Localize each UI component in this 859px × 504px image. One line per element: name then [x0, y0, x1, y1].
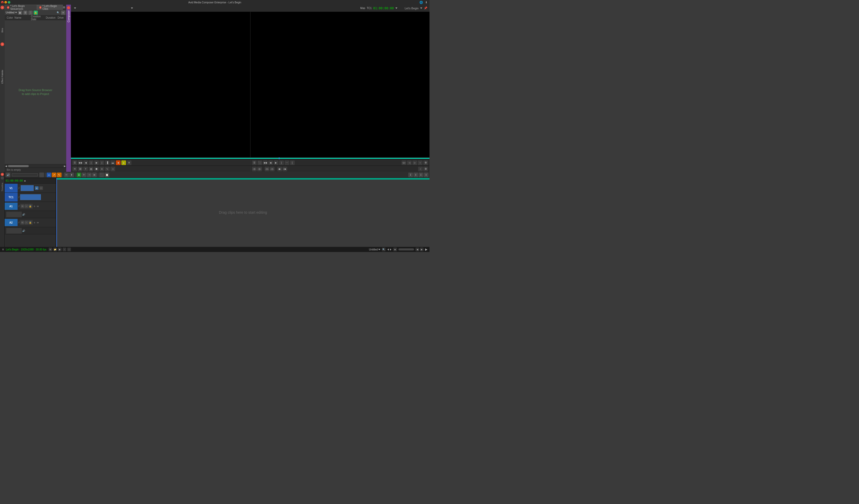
a2-icon3[interactable]: 🔒	[28, 221, 32, 224]
bin-name-dropdown[interactable]: Untitled	[6, 11, 17, 14]
sync-btn[interactable]: ⟲	[73, 167, 77, 171]
clip-gain-btn[interactable]: ▷	[412, 161, 417, 165]
bin-options-button[interactable]: ⊞	[63, 6, 65, 9]
render-in-btn[interactable]: ◀▹	[277, 167, 282, 171]
status-sync-icon[interactable]: ⊕	[49, 248, 52, 251]
keyframe-btn[interactable]: ◇	[110, 167, 115, 171]
play-back-btn[interactable]: ◀	[83, 161, 88, 165]
a1-m-btn[interactable]: M	[36, 205, 39, 208]
tl-lift-btn[interactable]: ⬆	[69, 172, 74, 177]
lock-icon[interactable]: 🔒	[34, 11, 38, 15]
tl-clip-btn[interactable]: 📋	[105, 172, 109, 177]
search-icon[interactable]: 🔍	[56, 11, 60, 15]
tl-segment-btn[interactable]: ▭	[47, 172, 51, 177]
status-render-icon[interactable]: ▶	[58, 248, 62, 251]
audio-out-btn[interactable]: ◁	[407, 161, 412, 165]
status-down-icon[interactable]: ↓	[67, 248, 71, 251]
meter2-btn[interactable]: ◁▷	[257, 167, 262, 171]
bins-tab[interactable]: Bins	[1, 26, 4, 35]
close-effect-button[interactable]: ×	[1, 43, 4, 46]
render-all-btn[interactable]: ⦿	[423, 161, 428, 165]
step-back-btn[interactable]: ◀◀	[78, 161, 82, 165]
a2-sync-btn[interactable]: /	[19, 221, 19, 224]
a1-icon3[interactable]: 🔒	[28, 204, 32, 208]
scroll-left-arrow[interactable]: ◀	[5, 165, 7, 167]
tl-arrow-btn[interactable]: ↗	[52, 172, 56, 177]
status-next-icon[interactable]: ▶	[420, 248, 424, 251]
tc1-label[interactable]: TC1	[5, 193, 18, 201]
fast-menu-btn[interactable]: ☰	[73, 161, 77, 165]
mark-in-btn[interactable]: [	[100, 161, 104, 165]
timecode-arrow[interactable]: ◀	[24, 179, 25, 182]
a2-vol-btn[interactable]: 🔊	[22, 229, 25, 232]
a2-label[interactable]: A2	[5, 219, 18, 226]
meter3-btn[interactable]: ◁▷	[265, 167, 269, 171]
a1-sync-btn[interactable]: /	[19, 205, 19, 208]
rec-step-back-btn[interactable]: ◀◀	[263, 161, 268, 165]
minimize-button[interactable]: −	[4, 1, 7, 4]
effect-palette-tab[interactable]: Effect Palette	[1, 68, 4, 86]
a1-s-btn[interactable]: S	[33, 205, 36, 208]
close-button[interactable]: ×	[1, 1, 4, 4]
tl-more-btn[interactable]: ↧	[419, 172, 423, 177]
detail-view-icon[interactable]: ⋮	[28, 11, 33, 15]
status-stop-icon[interactable]: ■	[393, 248, 397, 251]
sequences-tab-close[interactable]: ×	[7, 6, 9, 9]
status-nav-left[interactable]	[388, 248, 389, 250]
play-btn[interactable]: ▶	[94, 161, 99, 165]
rec-fast-menu-btn[interactable]: ☰	[252, 161, 257, 165]
a1-label[interactable]: A1	[5, 202, 18, 210]
a2-icon1[interactable]: ⟲	[21, 221, 24, 224]
render-status2-btn[interactable]: ⦿	[423, 167, 428, 171]
status-bin-dropdown[interactable]: Untitled	[369, 248, 380, 251]
lift-btn[interactable]: ▲	[121, 161, 126, 165]
tl-fit-btn[interactable]: ⬌	[92, 172, 97, 177]
rec-jog-btn[interactable]: ⋯	[285, 161, 289, 165]
composer-close-button[interactable]	[67, 6, 70, 9]
render-status-btn[interactable]: ○	[418, 167, 423, 171]
text-btn[interactable]: T	[83, 167, 88, 171]
a1-icon2[interactable]: ↔	[25, 204, 28, 208]
maximize-button[interactable]	[8, 1, 10, 4]
more-options-icon[interactable]: ≡	[61, 11, 65, 15]
list-view-icon[interactable]: ☰	[23, 11, 27, 15]
status-prev-icon[interactable]: ◀	[416, 248, 419, 251]
v1-monitor-icon[interactable]: ▣	[35, 186, 39, 190]
timeline-content[interactable]: Drag clips here to start editing	[56, 178, 430, 247]
tl-speaker-btn[interactable]: 🔊	[6, 172, 10, 177]
status-media-icon[interactable]: 📁	[53, 248, 57, 251]
status-nav-right[interactable]	[390, 248, 391, 250]
rec-full-btn[interactable]: ⬛	[257, 161, 262, 165]
project-dropdown-arrow[interactable]	[420, 7, 422, 9]
clips-tab[interactable]: × * Let's Begin Clips	[37, 5, 63, 10]
render-out-btn[interactable]: ▹▶	[283, 167, 287, 171]
window-controls[interactable]: × −	[1, 1, 10, 4]
tl-arrow2-btn[interactable]: ↖	[57, 172, 62, 177]
viewer-progress-bar[interactable]	[71, 157, 430, 159]
trim-btn[interactable]: ⬢	[94, 167, 99, 171]
grid-view-icon[interactable]: ▦	[18, 11, 22, 15]
tl-rec-btn[interactable]	[39, 172, 44, 177]
extract-btn[interactable]: ⬆	[127, 161, 132, 165]
audio-in-btn[interactable]: ◁▷	[402, 161, 406, 165]
tl-add-edit-btn[interactable]: ⬛	[99, 172, 104, 177]
source-dropdown[interactable]	[73, 7, 76, 9]
match-frame-btn[interactable]: ◆	[116, 161, 121, 165]
mono-btn[interactable]: ⊝	[100, 167, 104, 171]
tl-more2-btn[interactable]: ↥	[424, 172, 428, 177]
status-search-icon[interactable]: 🔍	[382, 248, 386, 251]
timeline-close-button[interactable]: ×	[1, 173, 4, 176]
link-btn[interactable]: ⛓	[78, 167, 82, 171]
tc1-sync-btn[interactable]: /	[19, 196, 19, 198]
v1-label[interactable]: V1	[5, 184, 18, 193]
a2-icon2[interactable]: ↔	[25, 221, 28, 224]
scroll-thumb[interactable]	[8, 165, 29, 167]
composer-tab[interactable]: Composer	[66, 5, 71, 172]
timeline-circle-button[interactable]	[1, 177, 4, 180]
rec-play-btn[interactable]: ▶	[274, 161, 278, 165]
clips-tab-close[interactable]: ×	[39, 6, 42, 9]
a1-vol-btn[interactable]: 🔊	[22, 213, 25, 216]
meter4-btn[interactable]: ◁▷	[270, 167, 274, 171]
sequences-tab[interactable]: × * Let's Begin Sequences	[5, 5, 37, 10]
a2-m-btn[interactable]: M	[36, 222, 39, 224]
